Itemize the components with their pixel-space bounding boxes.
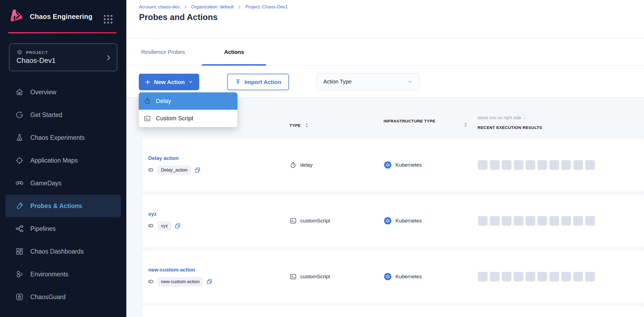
menu-item-label: Custom Script xyxy=(156,115,193,122)
sidebar-item-environments[interactable]: Environments xyxy=(5,263,121,286)
sidebar-item-probes-and-actions[interactable]: Probes & Actions xyxy=(5,195,121,217)
breadcrumb-account[interactable]: Account: chaos-dev xyxy=(139,4,179,10)
sort-icon[interactable] xyxy=(464,122,468,128)
execution-result-placeholder xyxy=(502,272,511,282)
sidebar-item-label: GameDays xyxy=(30,180,62,187)
tab-resilience-probes[interactable]: Resilience Probes xyxy=(139,39,187,66)
flask-icon xyxy=(15,133,24,142)
recent-execution-results xyxy=(478,216,595,226)
test-tube-icon xyxy=(15,202,24,210)
execution-result-placeholder xyxy=(478,272,488,282)
action-name-link[interactable]: xyz xyxy=(148,211,181,217)
execution-result-placeholder xyxy=(502,216,511,226)
menu-item-custom-script[interactable]: Custom Script xyxy=(139,110,237,127)
execution-result-placeholder xyxy=(573,160,583,170)
gamepad-icon xyxy=(15,179,24,187)
execution-result-placeholder xyxy=(526,160,535,170)
action-name-link[interactable]: new-custom-action xyxy=(148,267,212,273)
import-action-button[interactable]: Import Action xyxy=(227,74,289,90)
execution-result-placeholder xyxy=(585,272,595,282)
type-cell: customScript xyxy=(289,273,330,280)
table-row: awrvadv delay Linux xyxy=(143,306,644,317)
execution-result-placeholder xyxy=(585,216,595,226)
actions-table: TYPE INFRASTRUCTURE TYPE latest one on r… xyxy=(126,98,644,317)
sidebar-item-chaosguard[interactable]: ChaosGuard xyxy=(5,286,121,308)
new-action-button[interactable]: New Action xyxy=(139,74,199,90)
upload-icon xyxy=(235,79,241,85)
execution-result-placeholder xyxy=(526,216,535,226)
sidebar-item-overview[interactable]: Overview xyxy=(5,81,121,103)
execution-result-placeholder xyxy=(478,216,488,226)
sidebar-item-label: Chaos Dashboards xyxy=(30,248,84,255)
latest-hint: latest one on right side → xyxy=(478,115,527,120)
project-label: PROJECT xyxy=(26,50,48,55)
execution-result-placeholder xyxy=(514,272,523,282)
home-icon xyxy=(15,88,24,96)
app-title: Chaos Engineering xyxy=(30,13,92,21)
copy-icon[interactable] xyxy=(206,279,212,285)
action-type-select[interactable]: Action Type xyxy=(317,73,420,90)
action-name-link[interactable]: Delay action xyxy=(148,155,201,161)
lock-shield-icon xyxy=(15,293,24,301)
execution-result-placeholder xyxy=(514,160,523,170)
sidebar: Chaos Engineering PROJECT Chaos-Dev1 xyxy=(0,0,126,317)
app-root: Chaos Engineering PROJECT Chaos-Dev1 xyxy=(0,0,644,317)
kubernetes-icon xyxy=(384,216,392,225)
copy-icon[interactable] xyxy=(194,167,201,173)
column-header-infrastructure-type: INFRASTRUCTURE TYPE xyxy=(384,117,440,125)
execution-result-placeholder xyxy=(585,160,595,170)
menu-item-delay[interactable]: Delay xyxy=(139,92,237,110)
sidebar-item-label: Pipelines xyxy=(30,225,56,232)
execution-result-placeholder xyxy=(561,272,571,282)
id-chip: Delay_action xyxy=(157,166,191,175)
chaos-engineering-logo-icon xyxy=(8,8,25,25)
sidebar-item-chaos-dashboards[interactable]: Chaos Dashboards xyxy=(5,240,121,263)
project-selector[interactable]: PROJECT Chaos-Dev1 xyxy=(9,43,117,71)
project-name: Chaos-Dev1 xyxy=(17,56,56,65)
execution-result-placeholder xyxy=(549,216,559,226)
sidebar-item-pipelines[interactable]: Pipelines xyxy=(5,217,121,240)
tab-actions[interactable]: Actions xyxy=(202,39,266,66)
brand-divider xyxy=(8,32,117,33)
sidebar-item-chaos-experiments[interactable]: Chaos Experiments xyxy=(5,126,121,149)
sidebar-item-get-started[interactable]: Get Started xyxy=(5,103,121,126)
breadcrumb: Account: chaos-dev Organization: default… xyxy=(139,4,288,10)
execution-result-placeholder xyxy=(478,160,488,170)
action-id: ID: xyz xyxy=(148,221,181,231)
execution-result-placeholder xyxy=(549,272,559,282)
sort-icon[interactable] xyxy=(305,122,309,128)
type-cell: delay xyxy=(289,161,313,169)
execution-result-placeholder xyxy=(561,216,571,226)
table-row: Delay action ID: Delay_action delay K xyxy=(143,139,644,191)
kubernetes-icon xyxy=(384,161,392,169)
sidebar-item-gamedays[interactable]: GameDays xyxy=(5,172,121,195)
execution-result-placeholder xyxy=(526,272,535,282)
page-title: Probes and Actions xyxy=(139,12,218,22)
target-icon xyxy=(15,156,24,165)
sidebar-item-application-maps[interactable]: Application Maps xyxy=(5,149,121,172)
sidebar-nav: Overview Get Started Chaos Experiments A… xyxy=(5,81,121,308)
sidebar-item-label: Chaos Experiments xyxy=(30,134,85,141)
breadcrumb-project[interactable]: Project: Chaos-Dev1 xyxy=(245,4,288,10)
sidebar-item-label: ChaosGuard xyxy=(30,293,66,301)
breadcrumb-organization[interactable]: Organization: default xyxy=(191,4,234,10)
copy-icon[interactable] xyxy=(175,223,181,229)
kubernetes-icon xyxy=(384,272,392,281)
module-grid-icon[interactable] xyxy=(102,14,114,25)
recent-execution-results xyxy=(478,160,595,170)
table-rows: Delay action ID: Delay_action delay K xyxy=(143,139,644,317)
execution-result-placeholder xyxy=(490,216,500,226)
menu-item-label: Delay xyxy=(156,98,171,105)
execution-result-placeholder xyxy=(561,160,571,170)
environments-icon xyxy=(15,270,24,279)
main-content: Account: chaos-dev Organization: default… xyxy=(126,0,644,317)
recent-execution-results xyxy=(478,272,595,282)
execution-result-placeholder xyxy=(573,216,583,226)
id-chip: new-custom-action xyxy=(157,277,203,286)
chevron-down-icon xyxy=(407,79,413,85)
type-cell: customScript xyxy=(289,217,330,224)
id-chip: xyz xyxy=(157,221,172,231)
sidebar-item-label: Overview xyxy=(30,89,56,96)
execution-result-placeholder xyxy=(514,216,523,226)
execution-result-placeholder xyxy=(490,160,500,170)
